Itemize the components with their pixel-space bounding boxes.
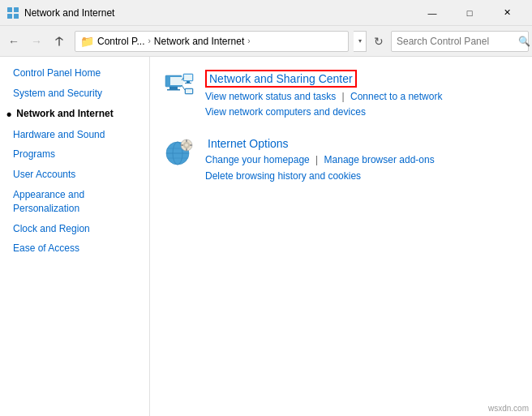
svg-rect-7 xyxy=(170,77,183,85)
address-segment-network[interactable]: Network and Internet xyxy=(154,36,244,47)
search-box[interactable]: 🔍 xyxy=(391,31,529,52)
separator-1: | xyxy=(342,91,345,102)
sidebar-item-system-and-security[interactable]: System and Security xyxy=(0,84,149,104)
network-sharing-icon xyxy=(163,70,195,102)
svg-rect-0 xyxy=(7,7,12,12)
main-content: Network and Sharing Center View network … xyxy=(150,57,532,416)
svg-rect-1 xyxy=(14,7,19,12)
link-view-computers[interactable]: View network computers and devices xyxy=(205,106,366,118)
sidebar-item-label: Appearance and Personalization xyxy=(13,188,139,216)
title-bar: Network and Internet — □ ✕ xyxy=(0,0,532,26)
svg-rect-5 xyxy=(169,87,178,89)
address-bar: ← → 📁 Control P... › Network and Interne… xyxy=(0,26,532,57)
svg-rect-6 xyxy=(167,89,180,91)
window-icon xyxy=(6,6,19,19)
svg-point-24 xyxy=(185,144,188,147)
sidebar-item-hardware-and-sound[interactable]: Hardware and Sound xyxy=(0,125,149,145)
address-arrow-2: › xyxy=(247,36,250,45)
sidebar-item-user-accounts[interactable]: User Accounts xyxy=(0,165,149,185)
sidebar: Control Panel HomeSystem and Security•Ne… xyxy=(0,57,150,416)
sidebar-item-clock-and-region[interactable]: Clock and Region xyxy=(0,219,149,239)
content-area: Control Panel HomeSystem and Security•Ne… xyxy=(0,57,532,416)
network-sharing-title[interactable]: Network and Sharing Center xyxy=(205,70,357,88)
category-internet-options: Internet Options Change your homepage | … xyxy=(163,136,519,183)
active-bullet: • xyxy=(6,107,11,122)
internet-options-title[interactable]: Internet Options xyxy=(205,136,291,151)
sidebar-item-label: System and Security xyxy=(13,87,102,101)
sidebar-item-label: User Accounts xyxy=(13,168,75,182)
sidebar-item-control-panel-home[interactable]: Control Panel Home xyxy=(0,63,149,84)
back-button[interactable]: ← xyxy=(3,31,24,52)
close-button[interactable]: ✕ xyxy=(488,0,526,26)
network-sharing-content: Network and Sharing Center View network … xyxy=(205,70,442,120)
maximize-button[interactable]: □ xyxy=(451,0,488,26)
sidebar-item-network-and-internet: •Network and Internet xyxy=(0,104,149,125)
svg-rect-28 xyxy=(190,144,192,146)
address-path[interactable]: 📁 Control P... › Network and Internet › xyxy=(75,31,349,52)
link-connect-network[interactable]: Connect to a network xyxy=(350,91,442,102)
svg-rect-10 xyxy=(187,81,190,83)
svg-rect-9 xyxy=(184,75,192,80)
internet-options-icon xyxy=(163,136,195,169)
refresh-button[interactable]: ↻ xyxy=(368,31,389,52)
svg-line-15 xyxy=(182,85,185,90)
separator-2: | xyxy=(315,154,318,165)
minimize-button[interactable]: — xyxy=(414,0,451,26)
sidebar-item-label: Network and Internet xyxy=(16,107,113,121)
sidebar-item-label: Clock and Region xyxy=(13,222,90,236)
window-title: Network and Internet xyxy=(24,7,414,19)
link-change-homepage[interactable]: Change your homepage xyxy=(205,154,310,165)
sidebar-item-programs[interactable]: Programs xyxy=(0,144,149,165)
svg-rect-26 xyxy=(186,148,187,151)
svg-rect-3 xyxy=(14,14,19,19)
sidebar-item-label: Programs xyxy=(13,148,55,161)
watermark: wsxdn.com xyxy=(488,404,529,413)
sidebar-item-label: Control Panel Home xyxy=(13,66,101,80)
search-input[interactable] xyxy=(397,36,518,47)
address-arrow-1: › xyxy=(148,36,150,45)
address-segment-controlpanel[interactable]: Control P... xyxy=(97,36,144,47)
svg-rect-27 xyxy=(181,144,183,146)
svg-rect-11 xyxy=(185,83,191,84)
svg-rect-2 xyxy=(7,14,12,19)
svg-rect-25 xyxy=(186,139,187,142)
svg-rect-14 xyxy=(186,89,192,93)
sidebar-item-ease-of-access[interactable]: Ease of Access xyxy=(0,238,149,259)
internet-options-links: Change your homepage | Manage browser ad… xyxy=(205,152,435,183)
forward-button[interactable]: → xyxy=(26,31,47,52)
sidebar-item-label: Ease of Access xyxy=(13,242,79,255)
link-manage-addons[interactable]: Manage browser add-ons xyxy=(324,154,435,165)
network-sharing-links: View network status and tasks | Connect … xyxy=(205,89,442,120)
folder-icon: 📁 xyxy=(80,35,94,48)
sidebar-item-label: Hardware and Sound xyxy=(13,128,105,142)
link-view-network-status[interactable]: View network status and tasks xyxy=(205,91,336,102)
category-network-sharing: Network and Sharing Center View network … xyxy=(163,70,519,120)
sidebar-item-appearance-and-personalization[interactable]: Appearance and Personalization xyxy=(0,185,149,219)
address-dropdown[interactable]: ▾ xyxy=(354,31,367,52)
up-button[interactable] xyxy=(49,31,70,52)
internet-options-content: Internet Options Change your homepage | … xyxy=(205,136,435,183)
link-delete-history[interactable]: Delete browsing history and cookies xyxy=(205,170,361,182)
window-controls: — □ ✕ xyxy=(414,0,526,26)
search-icon: 🔍 xyxy=(518,36,530,47)
